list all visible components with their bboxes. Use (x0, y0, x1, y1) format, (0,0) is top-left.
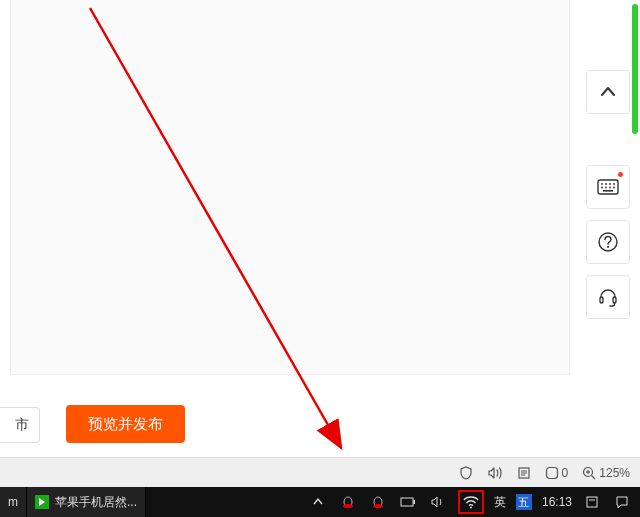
tray-battery-icon[interactable] (398, 487, 418, 517)
ime-mode-text: 五 (518, 495, 529, 510)
preview-publish-button[interactable]: 预览并发布 (66, 405, 185, 443)
taskbar-app-partial-text: m (8, 495, 18, 509)
svg-rect-27 (401, 498, 413, 506)
block-count[interactable]: 0 (541, 464, 573, 482)
ime-lang-text: 英 (494, 494, 506, 511)
right-side-tools (584, 0, 640, 457)
clock-text: 16:13 (542, 495, 572, 509)
scroll-top-button[interactable] (586, 70, 630, 114)
svg-point-26 (373, 504, 383, 508)
taskbar-app-browser[interactable]: 苹果手机居然... (27, 487, 146, 517)
taskbar-left: m 苹果手机居然... (0, 487, 146, 517)
editor-panel (10, 0, 570, 375)
taskbar-browser-title: 苹果手机居然... (55, 494, 137, 511)
speaker-status[interactable] (483, 464, 507, 482)
ime-mode[interactable]: 五 (516, 494, 532, 510)
taskbar-tray: 英 五 16:13 (308, 487, 640, 517)
help-button[interactable] (586, 220, 630, 264)
wifi-icon (463, 495, 479, 509)
svg-point-8 (613, 187, 615, 189)
svg-rect-30 (587, 497, 597, 507)
tray-chevron-up[interactable] (308, 487, 328, 517)
svg-point-7 (609, 187, 611, 189)
taskbar-app-partial[interactable]: m (0, 487, 27, 517)
zoom-value: 125% (599, 466, 630, 480)
ime-language[interactable]: 英 (494, 487, 506, 517)
svg-rect-0 (598, 180, 618, 194)
block-count-value: 0 (562, 466, 569, 480)
publish-button-label: 预览并发布 (88, 415, 163, 434)
play-icon (35, 495, 49, 509)
svg-point-2 (605, 183, 607, 185)
svg-point-1 (601, 183, 603, 185)
svg-rect-18 (546, 467, 557, 478)
svg-point-29 (470, 507, 472, 509)
help-icon (597, 231, 619, 253)
speaker-icon (487, 466, 503, 480)
app-content-area (0, 0, 606, 457)
zoom-in-icon (582, 466, 596, 480)
svg-point-6 (605, 187, 607, 189)
reader-status[interactable] (513, 464, 535, 482)
tray-wifi-icon-highlighted[interactable] (458, 490, 484, 514)
svg-line-20 (592, 475, 596, 479)
svg-rect-9 (603, 190, 613, 192)
tray-notifications-icon[interactable] (582, 487, 602, 517)
tray-action-center-icon[interactable] (612, 487, 632, 517)
reader-icon (517, 466, 531, 480)
svg-point-5 (601, 187, 603, 189)
notification-dot (618, 172, 623, 177)
headset-icon (597, 286, 619, 308)
badge-icon (545, 466, 559, 480)
taskbar: m 苹果手机居然... (0, 487, 640, 517)
svg-rect-28 (413, 500, 415, 504)
shield-icon (459, 466, 473, 480)
keyboard-icon (597, 179, 619, 195)
keyboard-button[interactable] (586, 165, 630, 209)
browser-status-bar: 0 125% (0, 457, 640, 487)
zoom-control[interactable]: 125% (578, 464, 634, 482)
svg-point-4 (613, 183, 615, 185)
svg-point-10 (599, 233, 617, 251)
tray-qq-icon-1[interactable] (338, 487, 358, 517)
taskbar-clock[interactable]: 16:13 (542, 495, 572, 509)
partial-button-text: 市 (15, 416, 29, 434)
svg-point-11 (607, 246, 609, 248)
svg-point-3 (609, 183, 611, 185)
partial-left-button[interactable]: 市 (0, 407, 40, 443)
scroll-progress-indicator (632, 4, 638, 134)
chevron-up-icon (598, 82, 618, 102)
support-button[interactable] (586, 275, 630, 319)
tray-qq-icon-2[interactable] (368, 487, 388, 517)
shield-status[interactable] (455, 464, 477, 482)
svg-point-24 (343, 504, 353, 508)
tray-speaker-icon[interactable] (428, 487, 448, 517)
